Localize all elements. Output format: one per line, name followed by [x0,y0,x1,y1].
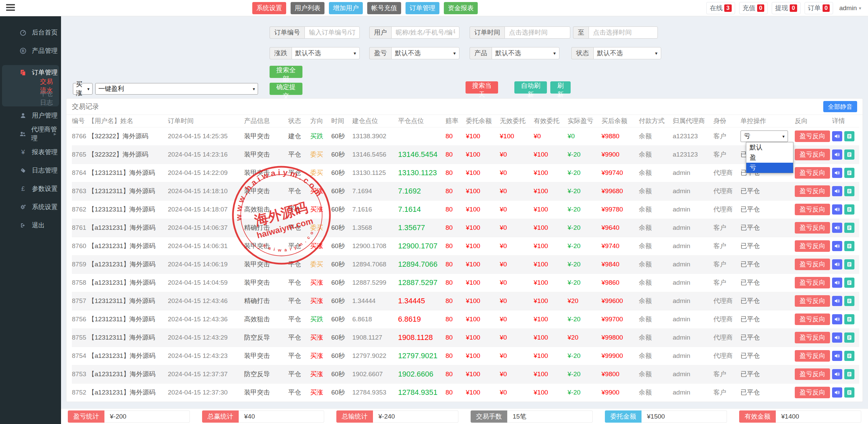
voice-button[interactable] [832,241,842,251]
sidebar-item-params[interactable]: £ 参数设置 ▸ [0,180,61,198]
product-select[interactable]: 默认不选 ▾ [492,47,559,59]
voice-button[interactable] [832,186,842,196]
sidebar-item-dashboard[interactable]: 后台首页 [0,23,61,42]
detail-button[interactable] [844,387,854,398]
detail-button[interactable] [844,332,854,343]
detail-button[interactable] [844,204,854,215]
profit-reverse-button[interactable]: 盈亏反向 [795,350,830,362]
cell-valid: ¥100 [534,383,568,402]
voice-button[interactable] [832,314,842,324]
profit-reverse-button[interactable]: 盈亏反向 [795,332,830,343]
detail-button[interactable] [844,241,854,251]
top-nav-button[interactable]: 增加用户 [329,2,363,14]
profit-reverse-button[interactable]: 盈亏反向 [795,277,830,288]
voice-button[interactable] [832,259,842,269]
voice-button[interactable] [832,387,842,398]
detail-button[interactable] [844,223,854,233]
rise-fall-select[interactable]: 默认不选 ▾ [292,47,360,59]
profit-reverse-button[interactable]: 盈亏反向 [795,368,830,380]
voice-button[interactable] [832,168,842,178]
control-closed-text: 已平仓 [741,187,760,195]
profit-reverse-button[interactable]: 盈亏反向 [795,295,830,307]
profit-select[interactable]: 默认不选 ▾ [391,47,459,59]
top-nav-button[interactable]: 帐号充值 [367,2,401,14]
detail-button[interactable] [844,168,854,178]
sidebar-item-products[interactable]: B 产品管理 ▸ [0,42,61,60]
user-menu[interactable]: admin ▾ [837,3,863,13]
sidebar-item-logout[interactable]: 退出 [0,216,61,235]
user-search-input[interactable] [391,26,459,39]
sidebar-item-reports[interactable]: ¥ 报表管理 ▸ [0,143,61,161]
sidebar-item-logs[interactable]: 日志管理 ▸ [0,161,61,180]
voice-button[interactable] [832,296,842,306]
top-nav-button[interactable]: 系统设置 [252,2,286,14]
refresh-button[interactable]: 刷新 [550,81,571,94]
top-nav-button[interactable]: 用户列表 [291,2,324,14]
cell-product: 装甲突击 [244,347,288,365]
search-today-button[interactable]: 搜索当天 [466,81,498,94]
voice-button[interactable] [832,131,842,141]
time-end-input[interactable] [589,26,658,39]
sidebar-item-orders[interactable]: 订单管理 ▾ [2,65,59,80]
detail-button[interactable] [844,278,854,288]
stat-counter[interactable]: 提现 0 [772,2,800,14]
sidebar-item-agents[interactable]: 代理商管理 ▸ [0,125,61,143]
search-all-button[interactable]: 搜索全部 [270,66,302,78]
dropdown-option[interactable]: 亏 [746,163,793,173]
cell-odds: 80 [446,347,466,365]
cell-profit-loss: ¥0 [568,127,601,145]
cell-product: 装甲突击 [244,237,288,255]
bulk-direction-select[interactable]: 买涨 ▾ [73,83,93,95]
voice-button[interactable] [832,332,842,343]
detail-button[interactable] [844,131,854,141]
voice-button[interactable] [832,204,842,215]
detail-button[interactable] [844,351,854,361]
auto-refresh-button[interactable]: 自动刷新 [514,81,547,94]
sidebar-subitem-close-log[interactable]: 平仓日志 [2,92,59,104]
submit-button[interactable]: 确定提交 [270,83,302,95]
control-select[interactable]: 亏 ▾ [741,130,788,142]
profit-reverse-button[interactable]: 盈亏反向 [795,387,830,398]
voice-button[interactable] [832,351,842,361]
bulk-action-select[interactable]: 一键盈利 ▾ [95,83,258,95]
stat-counter[interactable]: 订单 0 [805,2,833,14]
stat-counter[interactable]: 在线 3 [706,2,735,14]
select-value: 一键盈利 [98,84,124,93]
mute-all-button[interactable]: 全部静音 [823,101,857,112]
detail-button[interactable] [844,314,854,324]
profit-reverse-button[interactable]: 盈亏反向 [795,222,830,234]
profit-reverse-button[interactable]: 盈亏反向 [795,149,830,160]
top-nav-button[interactable]: 订单管理 [406,2,439,14]
order-no-input[interactable] [304,26,360,39]
table-row: 8763 【12312311】海外源码 2024-04-15 14:18:10 … [72,182,859,200]
voice-button[interactable] [832,369,842,379]
dropdown-option[interactable]: 盈 [746,153,793,163]
profit-reverse-button[interactable]: 盈亏反向 [795,259,830,270]
status-select[interactable]: 默认不选 ▾ [593,47,661,59]
time-start-input[interactable] [505,26,570,39]
detail-button[interactable] [844,259,854,269]
voice-button[interactable] [832,278,842,288]
sidebar-item-system[interactable]: 系统设置 ▸ [0,198,61,216]
detail-button[interactable] [844,369,854,379]
sidebar: 后台首页 B 产品管理 ▸ 订单管理 ▾ 交易流水 平仓日志 用户管理 [0,16,61,424]
detail-button[interactable] [844,186,854,196]
profit-reverse-button[interactable]: 盈亏反向 [795,204,830,215]
detail-button[interactable] [844,296,854,306]
cell-product: 精确打击 [244,219,288,237]
detail-button[interactable] [844,149,854,160]
summary-value: ¥40 [239,410,324,423]
stat-counter[interactable]: 充值 0 [739,2,768,14]
cell-direction: 买涨 [310,365,331,383]
top-nav-button[interactable]: 资金报表 [444,2,478,14]
profit-reverse-button[interactable]: 盈亏反向 [795,130,830,142]
profit-reverse-button[interactable]: 盈亏反向 [795,314,830,325]
sidebar-item-users[interactable]: 用户管理 ▸ [0,106,61,125]
voice-button[interactable] [832,149,842,160]
menu-toggle-icon[interactable] [6,4,15,12]
profit-reverse-button[interactable]: 盈亏反向 [795,185,830,197]
voice-button[interactable] [832,223,842,233]
dropdown-option[interactable]: 默认 [746,142,793,153]
profit-reverse-button[interactable]: 盈亏反向 [795,240,830,252]
profit-reverse-button[interactable]: 盈亏反向 [795,167,830,179]
